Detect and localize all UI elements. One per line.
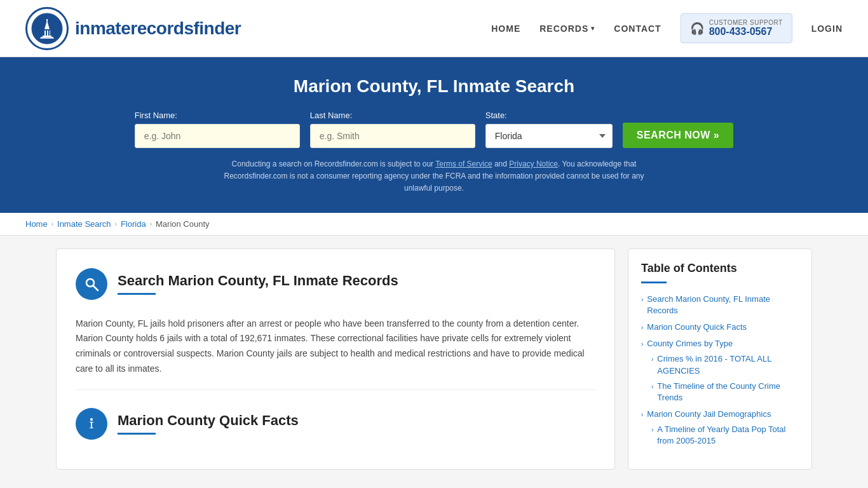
section1-divider [118, 293, 156, 295]
chevron-down-icon: ▾ [591, 25, 595, 32]
section1-body: Marion County, FL jails hold prisoners a… [76, 310, 595, 390]
sidebar-toc: Table of Contents › Search Marion County… [628, 248, 812, 470]
search-button[interactable]: SEARCH NOW » [623, 123, 733, 148]
nav-home[interactable]: HOME [491, 24, 520, 34]
last-name-group: Last Name: [310, 111, 475, 148]
first-name-label: First Name: [135, 111, 177, 120]
page-header: inmaterecordsfinder HOME RECORDS ▾ CONTA… [0, 0, 868, 57]
breadcrumb-sep-2: › [115, 220, 117, 227]
info-section-icon [76, 408, 107, 440]
svg-rect-8 [48, 30, 50, 36]
breadcrumb-home[interactable]: Home [25, 219, 48, 229]
logo-text: inmaterecordsfinder [75, 18, 241, 39]
main-nav: HOME RECORDS ▾ CONTACT 🎧 CUSTOMER SUPPOR… [491, 13, 843, 43]
toc-sub-item-3-2: › The Timeline of the County Crime Trend… [651, 381, 799, 403]
support-number: 800-433-0567 [709, 26, 783, 37]
hero-title: Marion County, FL Inmate Search [25, 76, 843, 97]
support-label: CUSTOMER SUPPORT [709, 19, 783, 26]
section1-header: Search Marion County, FL Inmate Records [76, 268, 595, 300]
content-area: Search Marion County, FL Inmate Records … [56, 248, 615, 470]
toc-sub-link-3-2[interactable]: › The Timeline of the County Crime Trend… [651, 381, 799, 403]
toc-arrow-4: › [641, 410, 643, 419]
breadcrumb: Home › Inmate Search › Florida › Marion … [25, 219, 843, 229]
toc-arrow-2: › [641, 323, 643, 332]
svg-rect-9 [41, 37, 53, 38]
toc-list: › Search Marion County, FL Inmate Record… [641, 294, 799, 447]
nav-login[interactable]: LOGIN [811, 24, 843, 34]
section2-title: Marion County Quick Facts [118, 412, 299, 429]
toc-arrow-3: › [641, 340, 643, 349]
breadcrumb-sep-3: › [150, 220, 152, 227]
nav-records[interactable]: RECORDS ▾ [539, 24, 595, 34]
state-group: State: Florida [485, 111, 613, 148]
svg-line-12 [93, 286, 98, 290]
section2: Marion County Quick Facts [76, 408, 595, 440]
breadcrumb-inmate-search[interactable]: Inmate Search [57, 219, 111, 229]
tos-link[interactable]: Terms of Service [435, 159, 492, 168]
toc-item-1: › Search Marion County, FL Inmate Record… [641, 294, 799, 316]
toc-item-3: › County Crimes by Type › Crimes % in 20… [641, 338, 799, 403]
toc-link-1[interactable]: › Search Marion County, FL Inmate Record… [641, 294, 799, 316]
toc-link-2[interactable]: › Marion County Quick Facts [641, 322, 799, 333]
breadcrumb-sep-1: › [51, 220, 53, 227]
toc-sub-link-3-1[interactable]: › Crimes % in 2016 - TOTAL ALL AGENCIES [651, 353, 799, 376]
toc-arrow-1: › [641, 295, 643, 304]
hero-section: Marion County, FL Inmate Search First Na… [0, 57, 868, 213]
headset-icon: 🎧 [690, 22, 704, 36]
first-name-input[interactable] [135, 124, 300, 148]
disclaimer-text: Conducting a search on Recordsfinder.com… [212, 158, 656, 195]
state-select[interactable]: Florida [485, 124, 613, 148]
toc-divider [641, 281, 667, 283]
section2-header: Marion County Quick Facts [76, 408, 595, 440]
state-label: State: [485, 111, 507, 120]
logo-area: inmaterecordsfinder [25, 7, 241, 50]
main-container: Search Marion County, FL Inmate Records … [31, 248, 837, 470]
customer-support-box: 🎧 CUSTOMER SUPPORT 800-433-0567 [681, 13, 792, 43]
toc-sub-4: › A Timeline of Yearly Data Pop Total fr… [641, 424, 799, 447]
section2-divider [118, 433, 156, 435]
svg-rect-10 [40, 38, 54, 39]
toc-item-2: › Marion County Quick Facts [641, 322, 799, 333]
svg-point-13 [90, 418, 93, 421]
breadcrumb-florida[interactable]: Florida [121, 219, 146, 229]
search-form: First Name: Last Name: State: Florida SE… [25, 111, 843, 148]
toc-link-4[interactable]: › Marion County Jail Demographics [641, 409, 799, 420]
toc-sub-item-3-1: › Crimes % in 2016 - TOTAL ALL AGENCIES [651, 353, 799, 376]
toc-sub-3: › Crimes % in 2016 - TOTAL ALL AGENCIES … [641, 353, 799, 403]
svg-rect-7 [46, 30, 47, 36]
toc-sub-link-4-1[interactable]: › A Timeline of Yearly Data Pop Total fr… [651, 424, 799, 447]
toc-sub-item-4-1: › A Timeline of Yearly Data Pop Total fr… [651, 424, 799, 447]
svg-rect-5 [46, 19, 48, 22]
nav-contact[interactable]: CONTACT [614, 24, 661, 34]
last-name-label: Last Name: [310, 111, 352, 120]
toc-link-3[interactable]: › County Crimes by Type [641, 338, 799, 349]
last-name-input[interactable] [310, 124, 475, 148]
section1-title: Search Marion County, FL Inmate Records [118, 273, 398, 289]
privacy-link[interactable]: Privacy Notice [509, 159, 558, 168]
first-name-group: First Name: [135, 111, 300, 148]
logo-icon [25, 7, 69, 50]
svg-rect-6 [43, 30, 44, 36]
search-section-icon [76, 268, 107, 300]
breadcrumb-bar: Home › Inmate Search › Florida › Marion … [0, 213, 868, 236]
breadcrumb-county: Marion County [156, 219, 210, 229]
toc-title: Table of Contents [641, 262, 799, 275]
toc-item-4: › Marion County Jail Demographics › A Ti… [641, 409, 799, 447]
